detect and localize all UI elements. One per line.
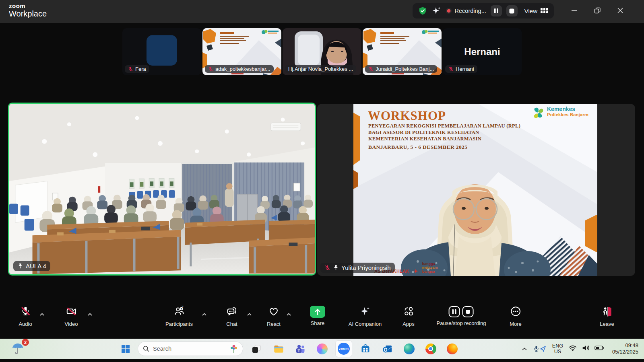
- pause-icon: [494, 8, 499, 14]
- pause-recording-icon[interactable]: [448, 306, 460, 318]
- participant-name: Hj.Anjar Novia_Poltekkes ...: [288, 66, 353, 72]
- recording-indicator: Recording...: [446, 8, 486, 14]
- slide-line3: KEMENTERIAN KESEHATAN BANJARMASIN: [368, 136, 481, 142]
- minimize-button[interactable]: [565, 0, 584, 21]
- video-tile-junaidi[interactable]: Junaidi_Poltekkes Banj...: [363, 28, 442, 75]
- zoom-app-button[interactable]: zoom: [336, 341, 352, 357]
- location-in-use-icon: [540, 346, 546, 352]
- tile-name: Yulita Priyoningsih: [341, 264, 391, 271]
- task-view-button[interactable]: [248, 341, 264, 357]
- audio-button[interactable]: Audio: [19, 306, 32, 327]
- teams-button[interactable]: [292, 341, 308, 357]
- video-tile-fera[interactable]: Fera: [122, 28, 201, 75]
- video-tile-aula4[interactable]: AULA 4: [8, 103, 316, 276]
- ai-companion-sparkle-icon[interactable]: [431, 6, 441, 16]
- kemenkes-logo: Kemenkes Poltekkes Banjarm: [532, 106, 588, 119]
- microsoft-store-button[interactable]: [357, 341, 374, 357]
- edge-button[interactable]: [401, 341, 417, 357]
- language-line1: ENG: [552, 343, 563, 349]
- tray-mic-location[interactable]: [531, 346, 549, 352]
- pause-stop-recording-label: Pause/stop recording: [437, 320, 486, 326]
- bangga-melayani-bangsa-text: bangga melayani bangsa: [422, 262, 438, 274]
- firefox-button[interactable]: [444, 341, 460, 357]
- muted-mic-icon: [20, 306, 31, 317]
- speaker-video: WORKSHOP PENYEGARAN REKOGNISI PEMBELAJAR…: [353, 104, 597, 276]
- participants-count: 7: [181, 305, 184, 311]
- video-options-chevron[interactable]: [87, 311, 93, 318]
- view-label: View: [524, 8, 537, 14]
- poltekkes-logo-text: Poltekkes Banjarm: [547, 112, 588, 118]
- recording-controls-icon: [437, 306, 486, 318]
- taskbar-search-box[interactable]: Search: [138, 341, 243, 356]
- participants-label: Participants: [165, 321, 193, 327]
- slide-date: BANJARBARU, 5 - 6 DESEMBER 2025: [368, 144, 467, 150]
- search-icon: [143, 346, 149, 352]
- chat-button[interactable]: Chat: [226, 306, 237, 327]
- restore-button[interactable]: [588, 0, 607, 21]
- battery-icon: [594, 345, 604, 351]
- stop-recording-icon[interactable]: [462, 306, 474, 318]
- bangga-flower-icon: [413, 269, 418, 274]
- chat-icon: [226, 306, 237, 317]
- outlook-button[interactable]: [379, 341, 395, 357]
- copilot-button[interactable]: [314, 341, 330, 357]
- audio-options-chevron[interactable]: [39, 311, 45, 318]
- muted-mic-icon: [208, 66, 213, 72]
- ai-companion-sparkle-icon: [359, 306, 371, 317]
- pause-stop-recording-button[interactable]: Pause/stop recording: [437, 306, 486, 326]
- share-button[interactable]: Share: [310, 306, 325, 326]
- tile-name-pill: AULA 4: [13, 261, 50, 271]
- view-button[interactable]: View: [524, 8, 548, 14]
- language-switcher[interactable]: ENG US: [549, 343, 566, 355]
- muted-mic-icon: [324, 265, 330, 271]
- stop-icon: [509, 8, 514, 14]
- tag-bangsa: bangsa: [422, 269, 435, 274]
- muted-mic-icon: [128, 66, 133, 72]
- teams-icon: [295, 343, 306, 354]
- muted-mic-icon: [448, 66, 454, 72]
- more-ellipsis-icon: [510, 306, 521, 317]
- logo-zoom-text: zoom: [9, 3, 47, 9]
- chat-options-chevron[interactable]: [247, 311, 252, 318]
- chrome-button[interactable]: [423, 341, 439, 357]
- screen: { "titlebar": { "logo_top": "zoom", "log…: [0, 0, 644, 362]
- pause-recording-button[interactable]: [491, 5, 502, 16]
- participants-button[interactable]: 7 Participants: [165, 306, 193, 327]
- react-options-chevron[interactable]: [286, 311, 291, 318]
- tile-name-pill: Yulita Priyoningsih: [320, 263, 395, 273]
- close-icon: [617, 7, 623, 14]
- video-tile-hernani[interactable]: Hernani Hernani: [443, 28, 522, 75]
- copilot-icon: [317, 343, 328, 354]
- taskbar-clock[interactable]: 09:48 05/12/2025: [612, 342, 638, 356]
- weather-widget-button[interactable]: 2: [10, 341, 26, 357]
- video-tile-yulita[interactable]: WORKSHOP PENYEGARAN REKOGNISI PEMBELAJAR…: [317, 104, 635, 276]
- clock-date: 05/12/2025: [612, 349, 638, 355]
- start-button[interactable]: [118, 341, 134, 357]
- participant-name-pill: Hj.Anjar Novia_Poltekkes ...: [285, 65, 356, 73]
- more-button[interactable]: More: [510, 306, 522, 327]
- wifi-button[interactable]: [566, 344, 579, 353]
- slide-line2: BAGI ASESOR DI POLITEKNIK KESEHATAN: [368, 130, 479, 136]
- ai-companion-button[interactable]: AI Companion: [349, 306, 382, 327]
- tray-overflow-button[interactable]: [518, 345, 531, 352]
- chrome-icon: [425, 343, 436, 354]
- participants-options-chevron[interactable]: [202, 311, 207, 318]
- file-explorer-button[interactable]: [270, 341, 287, 357]
- search-highlight-icon: [230, 344, 238, 353]
- leave-button[interactable]: Leave: [600, 306, 614, 327]
- close-button[interactable]: [611, 0, 630, 21]
- clock-time: 09:48: [612, 342, 638, 349]
- stop-recording-button[interactable]: [506, 5, 518, 16]
- task-view-icon: [251, 343, 262, 354]
- logo-workplace-text: Workplace: [9, 10, 47, 18]
- video-button[interactable]: Video: [64, 306, 78, 327]
- zoom-icon-text: zoom: [339, 347, 349, 351]
- react-button[interactable]: React: [267, 306, 281, 327]
- participant-name: Junaidi_Poltekkes Banj...: [376, 66, 434, 72]
- apps-button[interactable]: Apps: [402, 306, 415, 327]
- video-tile-anjar[interactable]: Hj.Anjar Novia_Poltekkes ...: [283, 28, 361, 75]
- security-shield-icon: [418, 6, 427, 15]
- video-tile-adak[interactable]: adak_poltekkesbanjar...: [202, 28, 281, 75]
- volume-button[interactable]: [579, 344, 592, 353]
- battery-button[interactable]: [592, 345, 607, 353]
